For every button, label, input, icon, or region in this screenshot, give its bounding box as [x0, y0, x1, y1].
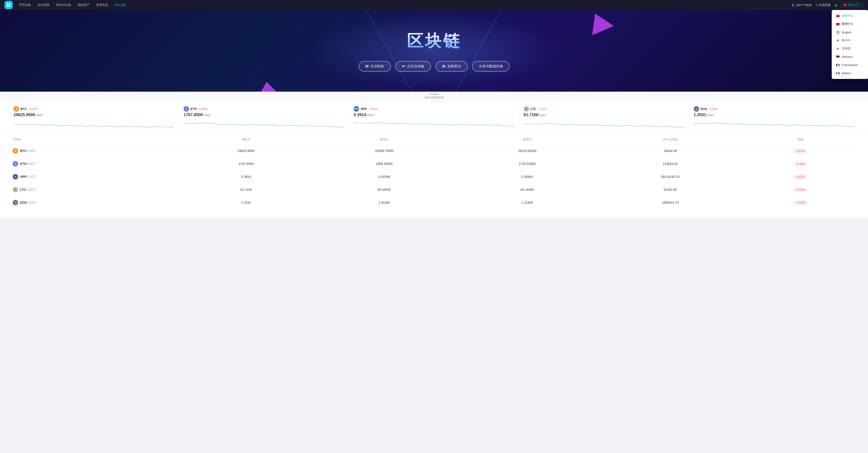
row-pair-name: ETH/USDT	[20, 162, 36, 165]
svg-rect-1	[9, 3, 10, 5]
logo[interactable]	[4, 1, 13, 9]
user-icon: 👤	[791, 3, 795, 7]
table-cell-change: -6.07%	[742, 145, 859, 157]
lang-german-label: Deutsch	[842, 55, 852, 59]
online-service-btn[interactable]: ↻ 在线客服	[815, 3, 831, 7]
table-cell-latest: 1767.8500	[180, 157, 313, 170]
nav-my-assets[interactable]: 我的资产	[75, 3, 92, 7]
lang-option-traditional-chinese[interactable]: 🇹🇼 繁體中文	[832, 20, 868, 28]
ticker-xrp[interactable]: XRP XRP -2.61% 0.3914USDT	[349, 106, 519, 128]
flag-it: 🇮🇹	[836, 71, 840, 75]
ticker-strip: ₿ BTC -6.07% 29625.9500USDT Ξ ETH -6.30%…	[0, 102, 868, 130]
table-row[interactable]: Ξ ETH/USDT 1767.8500 1889.30000 1725.530…	[9, 157, 859, 170]
logo-icon	[6, 2, 11, 7]
nav-second-contract[interactable]: 秒合约交易	[54, 3, 74, 7]
navbar-left: 币币交易 合约交易 秒合约交易 我的资产 质押生息 IEO认购	[4, 1, 128, 9]
table-row[interactable]: Ł LTC/USDT 61.7100 65.10000 60.16000 513…	[9, 183, 859, 196]
table-row[interactable]: ₿ BTC/USDT 29625.9500 31598.70000 29216.…	[9, 145, 859, 157]
flag-de: 🇩🇪	[836, 55, 840, 59]
lang-label: 简体中文	[848, 3, 859, 7]
print-icon[interactable]: 🖨	[834, 3, 837, 7]
flag-icon: 🇨🇳	[843, 3, 847, 7]
ticker-eth-change: -6.30%	[198, 107, 208, 111]
lang-italian-label: Italiano	[842, 71, 851, 75]
ltc-icon: Ł	[524, 106, 529, 112]
table-cell-pair: ₿ BTC/USDT	[9, 145, 180, 157]
demo-notice-text: 演示站请勿交易	[425, 96, 444, 99]
col-header-pair: 币种对	[9, 135, 180, 145]
flag-cn: 🇨🇳	[836, 14, 840, 18]
row-coin-icon: X	[13, 174, 18, 179]
nav-pledge[interactable]: 质押生息	[94, 3, 111, 7]
svg-rect-0	[7, 3, 8, 5]
lang-option-german[interactable]: 🇩🇪 Deutsch	[832, 53, 868, 61]
ticker-xrp-chart	[354, 119, 514, 128]
row-pair-name: XRP/USDT	[20, 175, 36, 179]
table-row[interactable]: X XRP/USDT 0.3914 0.40396 0.38462 381161…	[9, 170, 859, 183]
refresh-icon: ↻	[815, 3, 818, 7]
table-cell-volume: 1892824.70	[599, 196, 742, 209]
lang-option-japanese[interactable]: 🇯🇵 日本語	[832, 44, 868, 53]
row-pair-name: LTC/USDT	[20, 188, 35, 191]
ticker-eos[interactable]: ⬡ EOS -4.53% 1.2531USDT	[689, 106, 859, 128]
xrp-icon: XRP	[354, 106, 359, 112]
ticker-btc-name: BTC	[21, 107, 27, 111]
hero-btn-p2p[interactable]: 点对点传输	[395, 61, 431, 72]
ticker-eth-chart	[184, 119, 344, 128]
ticker-ltc[interactable]: Ł LTC -5.11% 61.7100USDT	[519, 106, 689, 128]
wave-icon	[402, 65, 405, 67]
hero-btn-consensus[interactable]: 共识机制	[359, 61, 391, 72]
btc-icon: ₿	[13, 106, 19, 112]
table-cell-pair: X XRP/USDT	[9, 170, 180, 183]
table-cell-pair: Ł LTC/USDT	[9, 183, 180, 196]
lock-icon	[442, 65, 445, 67]
lang-option-english[interactable]: 🌐 English	[832, 28, 868, 36]
hero-btn-crypto[interactable]: 加密算法	[435, 61, 468, 72]
table-cell-change: -6.30%	[742, 157, 859, 170]
ticker-xrp-header: XRP XRP -2.61%	[354, 106, 514, 112]
table-cell-low: 29216.61000	[456, 145, 599, 157]
hero-btn-distributed[interactable]: 分布式数据存储	[472, 61, 509, 72]
table-cell-change: -5.11%	[742, 183, 859, 196]
ticker-ltc-change: -5.11%	[538, 107, 547, 111]
chevron-down-icon: ▾	[860, 3, 861, 7]
table-cell-latest: 0.3914	[180, 170, 313, 183]
bars-icon	[365, 65, 369, 67]
table-cell-latest: 1.2531	[180, 196, 313, 209]
service-label: 在线客服	[819, 3, 831, 7]
ticker-eos-change: -4.53%	[709, 107, 718, 111]
hero-btn-consensus-label: 共识机制	[370, 64, 384, 68]
table-cell-change: -2.61%	[742, 170, 859, 183]
ticker-eth[interactable]: Ξ ETH -6.30% 1767.8500USDT	[179, 106, 349, 128]
table-cell-low: 0.38462	[456, 170, 599, 183]
lang-english-label: English	[842, 31, 851, 34]
col-header-volume: 24H 交易量	[599, 135, 742, 145]
table-cell-high: 65.10000	[313, 183, 456, 196]
user-phone: 188****8888	[796, 3, 812, 7]
lang-option-korean[interactable]: 🇰🇷 한국어	[832, 36, 868, 44]
lang-option-simplified-chinese[interactable]: 🇨🇳 简体中文	[832, 12, 868, 20]
ticker-eos-price: 1.2531USDT	[694, 113, 855, 117]
table-cell-volume: 51352.05	[599, 183, 742, 196]
eth-icon: Ξ	[184, 106, 189, 112]
ticker-eth-name: ETH	[190, 107, 197, 111]
nav-ieo[interactable]: IEO认购	[112, 3, 128, 7]
row-coin-icon: Ξ	[13, 161, 18, 167]
col-header-latest: 最新价	[180, 135, 313, 145]
nav-coin-trade[interactable]: 币币交易	[16, 3, 34, 7]
blue-line-decoration	[430, 94, 439, 94]
ticker-xrp-price: 0.3914USDT	[354, 113, 514, 117]
table-cell-high: 1.31400	[313, 196, 456, 209]
nav-contract-trade[interactable]: 合约交易	[35, 3, 52, 7]
table-row[interactable]: ⬡ EOS/USDT 1.2531 1.31400 1.21840 189282…	[9, 196, 859, 209]
table-cell-change: -4.53%	[742, 196, 859, 209]
lang-option-french[interactable]: 🇫🇷 Französisch	[832, 61, 868, 69]
lang-option-italian[interactable]: 🇮🇹 Italiano	[832, 69, 868, 77]
svg-rect-2	[7, 5, 8, 7]
row-pair-name: EOS/USDT	[20, 201, 36, 204]
table-cell-pair: Ξ ETH/USDT	[9, 157, 180, 170]
ticker-btc[interactable]: ₿ BTC -6.07% 29625.9500USDT	[9, 106, 179, 128]
ticker-ltc-price: 61.7100USDT	[524, 113, 684, 117]
language-button[interactable]: 🇨🇳 简体中文 ▾	[841, 2, 864, 8]
col-header-low: 最低价	[456, 135, 599, 145]
